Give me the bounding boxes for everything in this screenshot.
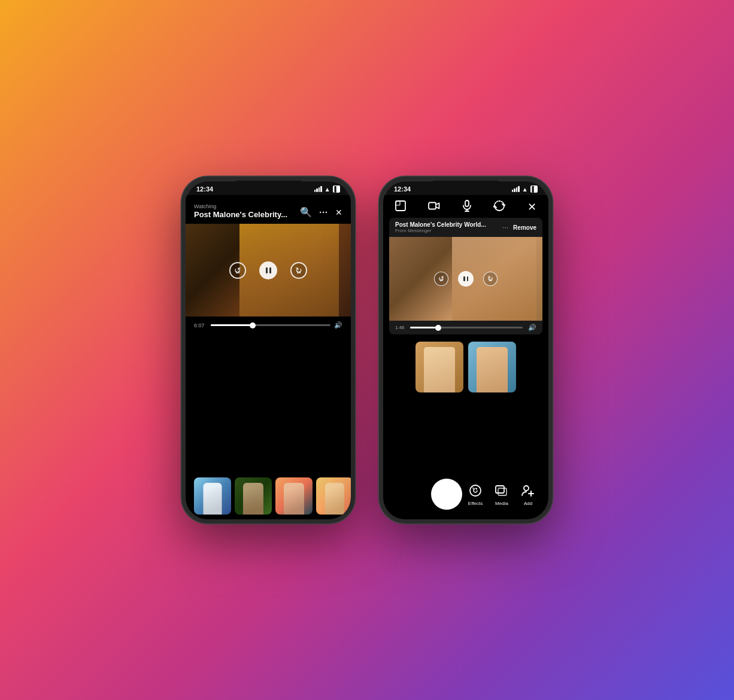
video-time: 6:07 [194, 322, 207, 328]
video-camera-icon[interactable] [428, 202, 440, 212]
microphone-icon[interactable] [463, 200, 471, 214]
participant-thumb-2[interactable] [235, 477, 272, 515]
add-action[interactable]: Add [520, 482, 536, 506]
forward-10-button[interactable]: ↻ 10 [290, 262, 307, 279]
pause-button[interactable] [259, 261, 277, 279]
shared-video-title: Post Malone's Celebrity World... [395, 221, 502, 228]
watch-actions: 🔍 ··· ✕ [300, 206, 342, 219]
signal-icon [314, 186, 322, 192]
watch-label: Watching [194, 203, 287, 209]
shared-video-header: Post Malone's Celebrity World... From Me… [389, 218, 542, 237]
side-button-volume-up [181, 248, 183, 272]
r-status-icons: ▲ ▌ [512, 185, 538, 193]
left-phone-content: Watching Post Malone's Celebrity... 🔍 ··… [186, 195, 351, 519]
right-phone-content: ✕ Post Malone's Celebrity World... From … [383, 195, 548, 519]
svg-rect-3 [465, 200, 469, 206]
r-side-button-silent [379, 229, 380, 244]
svg-rect-2 [429, 203, 436, 209]
progress-thumb[interactable] [250, 322, 256, 328]
rewind-10-button[interactable]: ↺ 10 [229, 262, 246, 279]
participant-thumb-3[interactable] [275, 477, 313, 515]
more-icon[interactable]: ··· [319, 208, 328, 217]
watch-header: Watching Post Malone's Celebrity... 🔍 ··… [186, 195, 351, 224]
battery-icon: ▌ [333, 185, 340, 193]
shared-progress-thumb[interactable] [435, 325, 441, 331]
progress-fill [211, 324, 253, 326]
participants-row [186, 473, 351, 519]
r-side-button-volume-down [379, 275, 380, 299]
gallery-icon[interactable] [395, 200, 406, 214]
shared-rewind-button[interactable]: ↺ 10 [434, 272, 448, 286]
video-player[interactable]: ↺ 10 ↻ 10 [186, 224, 351, 316]
r-side-button-power [551, 246, 553, 279]
side-button-volume-down [181, 275, 183, 299]
media-action[interactable]: Media [493, 482, 510, 506]
search-icon[interactable]: 🔍 [300, 206, 312, 218]
side-button-power [354, 246, 355, 279]
capture-button[interactable] [431, 479, 462, 510]
media-icon [493, 482, 510, 499]
shared-video-info: Post Malone's Celebrity World... From Me… [395, 221, 502, 233]
video-controls: ↺ 10 ↻ 10 [229, 261, 307, 279]
close-icon[interactable]: ✕ [527, 200, 536, 214]
right-participant-avatar-2 [477, 347, 508, 393]
participant-thumb-1[interactable] [194, 477, 231, 515]
volume-icon[interactable]: 🔊 [334, 321, 342, 329]
flip-camera-icon[interactable] [493, 200, 505, 214]
shared-video-actions: ··· Remove [502, 223, 536, 232]
participant-avatar-1 [204, 483, 222, 515]
participant-avatar-3 [284, 483, 304, 515]
effects-label: Effects [468, 501, 483, 506]
bottom-actions: Effects Media [467, 482, 536, 506]
add-label: Add [524, 501, 532, 506]
shared-video-controls: ↺ 10 ↻ 10 [434, 271, 498, 287]
right-participant-thumb-1[interactable] [415, 342, 463, 392]
shared-video-player[interactable]: ↺ 10 ↻ 10 [389, 237, 542, 321]
r-status-time: 12:34 [394, 185, 411, 193]
right-participant-avatar-1 [424, 347, 455, 393]
shared-video-card: Post Malone's Celebrity World... From Me… [389, 218, 542, 334]
status-icons: ▲ ▌ [314, 185, 340, 193]
svg-point-7 [476, 488, 477, 489]
participant-thumb-4[interactable] [316, 477, 351, 515]
shared-forward-button[interactable]: ↻ 10 [483, 272, 498, 286]
shared-video-source: From Messenger [395, 228, 502, 233]
svg-rect-9 [498, 488, 506, 495]
shared-progress-fill [410, 327, 438, 328]
shared-video-more-icon[interactable]: ··· [502, 223, 508, 232]
r-notch [433, 181, 499, 194]
right-phone: 12:34 ▲ ▌ [379, 176, 553, 524]
close-icon[interactable]: ✕ [335, 208, 342, 217]
status-time: 12:34 [196, 185, 213, 193]
shared-progress-track[interactable] [410, 327, 523, 328]
remove-video-button[interactable]: Remove [513, 224, 536, 231]
camera-toolbar: ✕ [383, 195, 548, 218]
svg-point-10 [524, 486, 529, 491]
participant-avatar-4 [325, 483, 344, 515]
watch-title: Post Malone's Celebrity... [194, 210, 287, 219]
shared-video-time: 1:46 [395, 325, 405, 330]
r-battery-icon: ▌ [530, 185, 538, 193]
effects-icon [467, 482, 484, 499]
right-participant-thumb-2[interactable] [468, 342, 516, 392]
side-button-silent [181, 229, 183, 244]
right-participants-row [383, 334, 548, 400]
svg-rect-0 [396, 201, 405, 211]
participant-avatar-2 [243, 483, 263, 515]
r-wifi-icon: ▲ [522, 186, 528, 193]
bottom-controls: Effects Media [383, 471, 548, 519]
left-phone: 12:34 ▲ ▌ Watching Post Malone's Celebri… [181, 176, 355, 524]
shared-progress-area: 1:46 🔊 [389, 321, 542, 334]
effects-action[interactable]: Effects [467, 482, 484, 506]
shared-pause-button[interactable] [458, 271, 474, 287]
r-signal-icon [512, 186, 520, 192]
svg-point-6 [470, 485, 481, 496]
wifi-icon: ▲ [324, 186, 330, 193]
r-side-button-volume-up [379, 248, 380, 272]
shared-volume-icon[interactable]: 🔊 [528, 324, 536, 331]
progress-track[interactable] [211, 324, 330, 326]
add-person-icon [520, 482, 536, 499]
svg-rect-8 [496, 486, 504, 493]
notch [235, 181, 301, 194]
progress-area: 6:07 🔊 [186, 316, 351, 334]
